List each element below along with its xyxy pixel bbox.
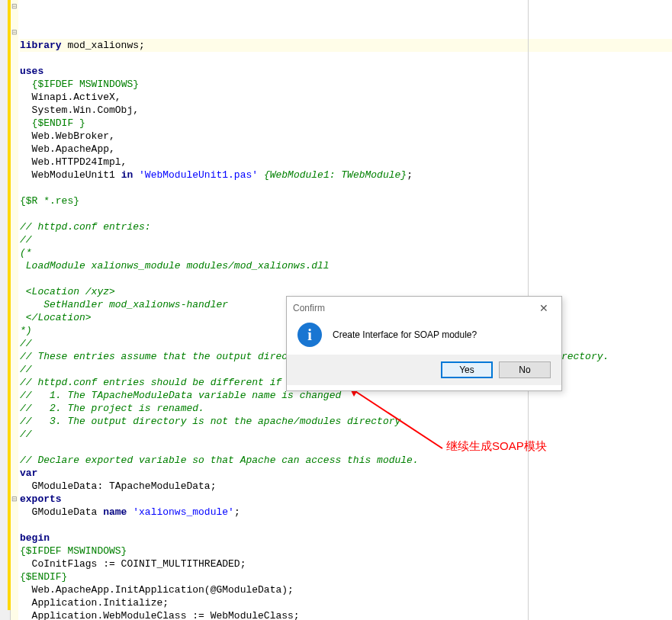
code-line[interactable] bbox=[20, 182, 672, 194]
yes-button[interactable]: Yes bbox=[441, 361, 493, 378]
code-line[interactable]: Web.WebBroker, bbox=[20, 130, 672, 143]
code-line[interactable]: Winapi.ActiveX, bbox=[20, 91, 672, 104]
dialog-title: Confirm bbox=[293, 303, 325, 313]
fold-toggle-icon[interactable]: ⊟ bbox=[11, 2, 18, 10]
code-line[interactable]: (* bbox=[20, 246, 672, 259]
code-line[interactable]: // bbox=[20, 233, 672, 246]
code-line[interactable]: GModuleData: TApacheModuleData; bbox=[20, 480, 672, 493]
close-icon: ✕ bbox=[539, 302, 548, 314]
code-line[interactable]: Web.ApacheApp.InitApplication(@GModuleDa… bbox=[20, 583, 672, 596]
code-line[interactable]: library mod_xalionws; bbox=[20, 39, 672, 52]
code-line[interactable]: {$ENDIF} bbox=[20, 570, 672, 583]
annotation-arrow bbox=[336, 380, 458, 464]
code-line[interactable]: begin bbox=[20, 532, 672, 545]
fold-toggle-icon[interactable]: ⊟ bbox=[11, 28, 18, 36]
code-line[interactable]: LoadModule xalionws_module modules/mod_x… bbox=[20, 259, 672, 272]
dialog-button-row: Yes No bbox=[287, 355, 561, 385]
code-line[interactable] bbox=[20, 52, 672, 65]
code-line[interactable]: {$IFDEF MSWINDOWS} bbox=[20, 545, 672, 557]
code-line[interactable]: // httpd.conf entries: bbox=[20, 220, 672, 233]
code-line[interactable]: var bbox=[20, 467, 672, 480]
code-line[interactable]: System.Win.ComObj, bbox=[20, 104, 672, 117]
no-button[interactable]: No bbox=[499, 361, 551, 378]
code-line[interactable]: exports bbox=[20, 493, 672, 506]
code-line[interactable] bbox=[20, 519, 672, 532]
code-line[interactable]: Application.WebModuleClass := WebModuleC… bbox=[20, 609, 672, 620]
code-line[interactable]: {$ENDIF } bbox=[20, 117, 672, 130]
code-line[interactable]: uses bbox=[20, 65, 672, 78]
code-line[interactable]: GModuleData name 'xalionws_module'; bbox=[20, 506, 672, 519]
close-button[interactable]: ✕ bbox=[532, 300, 555, 316]
code-line[interactable]: Web.HTTPD24Impl, bbox=[20, 156, 672, 169]
svg-line-0 bbox=[349, 387, 442, 448]
code-line[interactable]: {$IFDEF MSWINDOWS} bbox=[20, 78, 672, 91]
code-line[interactable]: WebModuleUnit1 in 'WebModuleUnit1.pas' {… bbox=[20, 169, 672, 182]
code-line[interactable] bbox=[20, 272, 672, 285]
code-line[interactable] bbox=[20, 207, 672, 220]
dialog-body: i Create Interface for SOAP module? bbox=[287, 320, 561, 355]
code-line[interactable]: {$R *.res} bbox=[20, 194, 672, 207]
code-line[interactable]: Application.Initialize; bbox=[20, 596, 672, 609]
line-gutter bbox=[0, 0, 11, 620]
code-line[interactable]: Web.ApacheApp, bbox=[20, 143, 672, 156]
fold-column[interactable]: ⊟⊟⊟ bbox=[11, 0, 18, 620]
dialog-message: Create Interface for SOAP module? bbox=[333, 329, 477, 340]
confirm-dialog: Confirm ✕ i Create Interface for SOAP mo… bbox=[286, 296, 562, 391]
info-icon: i bbox=[297, 323, 322, 347]
code-line[interactable]: CoInitFlags := COINIT_MULTITHREADED; bbox=[20, 557, 672, 570]
dialog-titlebar[interactable]: Confirm ✕ bbox=[287, 297, 561, 320]
annotation-text: 继续生成SOAP模块 bbox=[446, 439, 547, 454]
fold-toggle-icon[interactable]: ⊟ bbox=[11, 495, 18, 503]
